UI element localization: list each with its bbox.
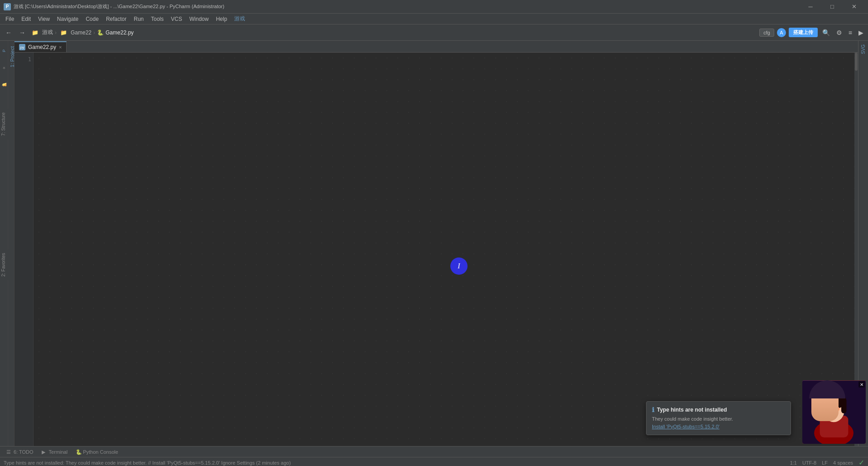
main-layout: P ★ 📂 1: Project py Game22.py × 1 — [0, 41, 868, 446]
avatar-icon: A — [777, 28, 786, 37]
minimize-button[interactable]: ─ — [800, 1, 821, 12]
todo-icon: ☰ — [6, 449, 12, 455]
svg-rect-2 — [820, 415, 849, 437]
menu-navigate[interactable]: Navigate — [53, 14, 82, 24]
app-icon: P — [4, 3, 11, 10]
svg-point-8 — [836, 407, 839, 411]
menu-file[interactable]: File — [2, 14, 18, 24]
scroll-thumb — [855, 53, 858, 71]
upload-button[interactable]: 搭建上传 — [789, 28, 818, 37]
svg-rect-5 — [821, 398, 827, 413]
left-panel-tabs: 1: Project — [8, 41, 14, 446]
terminal-icon: ▶ — [42, 449, 47, 455]
line-ending-status[interactable]: LF — [822, 460, 828, 466]
svg-panel-tab[interactable]: SVG — [860, 43, 867, 56]
char-close-button[interactable]: ✕ — [858, 381, 865, 388]
title-controls: ─ □ ✕ — [800, 1, 864, 12]
cursor-char: I — [458, 262, 460, 270]
terminal-button[interactable]: ▶ Terminal — [38, 447, 72, 457]
status-message[interactable]: Type hints are not installed: They could… — [4, 460, 291, 466]
file-tab-game22[interactable]: py Game22.py × — [14, 41, 67, 52]
notification-popup: ℹ Type hints are not installed They coul… — [646, 401, 791, 435]
python-console-icon: 🐍 — [76, 449, 81, 455]
close-button[interactable]: ✕ — [844, 1, 864, 12]
left-icons-panel: P ★ 📂 — [0, 41, 8, 446]
notification-body: They could make code insight better. Ins… — [652, 415, 785, 430]
char-placeholder: ✕ — [802, 380, 866, 444]
line-numbers: 1 — [14, 53, 34, 446]
folder-icon: 📁 — [58, 29, 69, 37]
menu-run[interactable]: Run — [130, 14, 147, 24]
notification-title-text: Type hints are not installed — [657, 407, 727, 413]
breadcrumb-folder[interactable]: Game22 — [71, 29, 92, 36]
todo-label: 6: TODO — [14, 449, 34, 455]
breadcrumb: 📁 游戏 › 📁 Game22 › 🐍 Game22.py — [30, 29, 134, 37]
search-everywhere-button[interactable]: 🔍 — [820, 28, 832, 37]
cursor-position[interactable]: 1:1 — [790, 460, 797, 466]
python-console-label: Python Console — [83, 449, 118, 455]
menu-project[interactable]: 游戏 — [231, 14, 249, 24]
breadcrumb-sep1: › — [55, 29, 57, 36]
code-area[interactable] — [34, 53, 854, 446]
editor-area[interactable]: py Game22.py × 1 I — [14, 41, 858, 446]
menu-help[interactable]: Help — [212, 14, 231, 24]
tab-favorites[interactable]: 2: Favorites — [0, 249, 8, 280]
bookmark-icon[interactable]: ★ — [0, 60, 8, 76]
menu-edit[interactable]: Edit — [18, 14, 34, 24]
title-text: 游戏 [C:\Users\Administrator\Desktop\游戏] -… — [14, 3, 224, 10]
notification-title: ℹ Type hints are not installed — [652, 406, 785, 413]
svg-rect-6 — [841, 398, 847, 413]
notification-install-link[interactable]: Install 'PyQt5-stubs==5.15.2.0' — [652, 424, 719, 429]
svg-point-9 — [829, 408, 831, 410]
check-status: ✓ — [858, 458, 864, 466]
menu-code[interactable]: Code — [82, 14, 102, 24]
todo-button[interactable]: ☰ 6: TODO — [3, 447, 37, 457]
tab-name: Game22.py — [28, 44, 56, 50]
menu-refactor[interactable]: Refactor — [102, 14, 130, 24]
info-icon: ℹ — [652, 406, 654, 413]
breadcrumb-project[interactable]: 游戏 — [42, 29, 53, 36]
svg-marker-11 — [826, 385, 841, 399]
bottom-toolbar: ☰ 6: TODO ▶ Terminal 🐍 Python Console — [0, 446, 868, 457]
menu-view[interactable]: View — [34, 14, 53, 24]
indent-status[interactable]: 4 spaces — [833, 460, 853, 466]
left-favorites-panel: 2: Favorites — [0, 249, 8, 280]
folder-panel-icon[interactable]: 📂 — [0, 77, 8, 93]
tab-structure[interactable]: 7: Structure — [0, 109, 8, 140]
settings-button[interactable]: ⚙ — [834, 28, 844, 37]
forward-button[interactable]: → — [16, 27, 28, 39]
notification-body-text: They could make code insight better. — [652, 416, 733, 422]
menu-bar: File Edit View Navigate Code Refactor Ru… — [0, 14, 868, 24]
python-file-icon: py — [19, 44, 25, 50]
tab-project[interactable]: 1: Project — [8, 43, 14, 71]
toolbar-right: cfg A 搭建上传 🔍 ⚙ ≡ ▶ — [759, 28, 865, 37]
menu-vcs[interactable]: VCS — [167, 14, 186, 24]
left-extra-panels: 7: Structure — [0, 109, 8, 140]
title-bar: P 游戏 [C:\Users\Administrator\Desktop\游戏]… — [0, 0, 868, 14]
char-image: ✕ — [802, 380, 868, 446]
editor-content[interactable]: 1 — [14, 53, 858, 446]
menu-window[interactable]: Window — [186, 14, 212, 24]
char-svg — [802, 380, 866, 444]
menu-tools[interactable]: Tools — [147, 14, 167, 24]
encoding-status[interactable]: UTF-8 — [802, 460, 816, 466]
terminal-label: Terminal — [49, 449, 68, 455]
more-button[interactable]: ≡ — [847, 28, 854, 37]
breadcrumb-sep2: › — [93, 29, 95, 36]
status-bar: Type hints are not installed: They could… — [0, 457, 868, 466]
project-panel-tab[interactable]: P — [0, 43, 8, 59]
breadcrumb-file[interactable]: Game22.py — [106, 29, 134, 36]
svg-point-7 — [828, 407, 832, 411]
python-console-button[interactable]: 🐍 Python Console — [72, 447, 122, 457]
cfg-button[interactable]: cfg — [759, 29, 774, 37]
toolbar: ← → 📁 游戏 › 📁 Game22 › 🐍 Game22.py cfg A … — [0, 24, 868, 41]
back-button[interactable]: ← — [3, 27, 14, 39]
close-tab-button[interactable]: × — [59, 44, 62, 50]
run-config-button[interactable]: ▶ — [857, 28, 865, 37]
svg-point-10 — [837, 408, 839, 410]
file-icon: 🐍 — [97, 29, 104, 36]
title-left: P 游戏 [C:\Users\Administrator\Desktop\游戏]… — [4, 3, 224, 10]
cursor-circle: I — [450, 257, 468, 275]
file-tabs: py Game22.py × — [14, 41, 858, 53]
maximize-button[interactable]: □ — [822, 1, 843, 12]
